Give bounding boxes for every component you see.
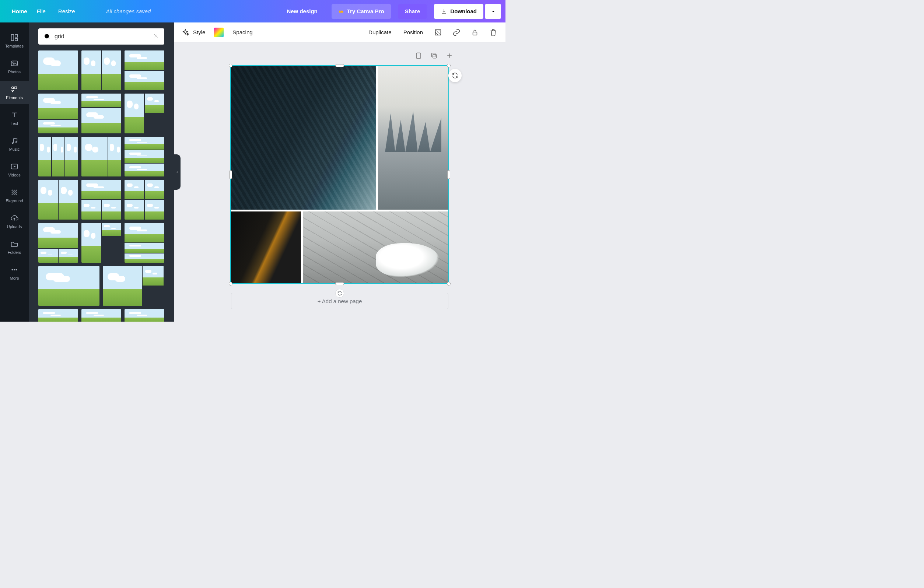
- resize-label: Resize: [58, 8, 75, 14]
- videos-icon: [10, 162, 18, 170]
- grid-thumb[interactable]: [81, 223, 121, 263]
- svg-rect-2: [15, 39, 17, 41]
- refresh-icon: [452, 72, 458, 79]
- svg-rect-15: [473, 32, 477, 35]
- svg-point-11: [14, 269, 15, 271]
- rail-music[interactable]: Music: [0, 132, 29, 156]
- notes-button[interactable]: [414, 51, 423, 60]
- grid-cell[interactable]: [231, 66, 376, 210]
- svg-rect-17: [433, 55, 437, 58]
- download-dropdown[interactable]: [485, 4, 501, 19]
- rail-folders[interactable]: Folders: [0, 235, 29, 259]
- grid-thumb[interactable]: [125, 94, 164, 133]
- color-swatch[interactable]: [214, 28, 224, 37]
- design-canvas[interactable]: [231, 66, 448, 283]
- download-icon: [441, 8, 447, 15]
- grid-thumb[interactable]: [103, 266, 164, 306]
- transparency-icon: [434, 28, 442, 36]
- grid-results[interactable]: [29, 48, 174, 322]
- rail-photos[interactable]: Photos: [0, 55, 29, 78]
- grid-thumb[interactable]: [125, 180, 164, 220]
- grid-thumb[interactable]: [38, 223, 78, 263]
- rail-text[interactable]: Text: [0, 106, 29, 130]
- cycle-layout-button[interactable]: [448, 69, 462, 82]
- try-pro-button[interactable]: Try Canva Pro: [332, 4, 391, 19]
- svg-rect-0: [12, 35, 14, 41]
- link-button[interactable]: [452, 28, 461, 37]
- transparency-button[interactable]: [433, 28, 443, 37]
- search-input[interactable]: [54, 33, 149, 40]
- grid-thumb[interactable]: [125, 137, 164, 177]
- rail-templates[interactable]: Templates: [0, 29, 29, 53]
- rail-more[interactable]: More: [0, 261, 29, 285]
- duplicate-button[interactable]: Duplicate: [367, 29, 393, 35]
- grid-cell[interactable]: [303, 211, 448, 283]
- download-button[interactable]: Download: [434, 4, 483, 19]
- grid-cell[interactable]: [378, 66, 448, 210]
- resize-handle[interactable]: [229, 282, 233, 286]
- close-icon: [152, 32, 159, 39]
- grid-thumb[interactable]: [81, 94, 121, 133]
- rail-uploads[interactable]: Uploads: [0, 210, 29, 233]
- svg-point-5: [12, 87, 14, 89]
- grid-thumb[interactable]: [81, 51, 121, 90]
- file-menu[interactable]: File: [37, 8, 46, 14]
- rail-videos[interactable]: Videos: [0, 158, 29, 182]
- nav-rail: Templates Photos Elements Text Music Vid…: [0, 23, 29, 322]
- grid-thumb[interactable]: [125, 51, 164, 90]
- resize-handle[interactable]: [229, 170, 232, 179]
- svg-point-7: [12, 142, 14, 144]
- grid-thumb[interactable]: [125, 223, 164, 263]
- link-icon: [452, 28, 460, 36]
- lock-button[interactable]: [470, 28, 480, 37]
- home-button[interactable]: Home: [9, 8, 27, 14]
- svg-rect-3: [12, 61, 18, 66]
- grid-thumb[interactable]: [38, 266, 99, 306]
- svg-rect-1: [15, 35, 17, 37]
- grid-thumb[interactable]: [81, 137, 121, 177]
- duplicate-page-button[interactable]: [430, 51, 439, 60]
- resize-button[interactable]: Resize: [55, 8, 75, 14]
- grid-thumb[interactable]: [81, 309, 121, 322]
- music-icon: [10, 137, 18, 145]
- search-icon: [43, 33, 51, 40]
- svg-point-10: [12, 269, 13, 271]
- new-design-button[interactable]: New design: [280, 4, 324, 19]
- svg-rect-6: [15, 87, 16, 89]
- grid-thumb[interactable]: [38, 180, 78, 220]
- spacing-button[interactable]: Spacing: [233, 29, 252, 35]
- style-button[interactable]: Style: [181, 28, 205, 36]
- grid-thumb[interactable]: [125, 309, 164, 322]
- resize-handle[interactable]: [335, 282, 344, 285]
- more-icon: [10, 266, 18, 274]
- context-toolbar: Style Spacing Duplicate Position: [174, 23, 505, 42]
- share-button[interactable]: Share: [398, 4, 427, 19]
- resize-handle[interactable]: [229, 64, 233, 68]
- resize-handle[interactable]: [447, 170, 450, 179]
- photo-grid[interactable]: [231, 66, 448, 283]
- svg-point-8: [16, 142, 17, 143]
- background-icon: [10, 188, 18, 197]
- grid-thumb[interactable]: [81, 180, 121, 220]
- save-status: All changes saved: [106, 8, 151, 14]
- clear-search-button[interactable]: [152, 32, 159, 41]
- grid-thumb[interactable]: [38, 137, 78, 177]
- text-icon: [10, 111, 18, 119]
- crown-icon: [338, 8, 344, 14]
- grid-thumb[interactable]: [38, 309, 78, 322]
- add-page-above-button[interactable]: [445, 51, 454, 60]
- resize-handle[interactable]: [447, 282, 450, 286]
- grid-cell[interactable]: [231, 211, 301, 283]
- svg-rect-16: [416, 53, 421, 59]
- resize-handle[interactable]: [335, 64, 344, 67]
- add-page-button[interactable]: + Add a new page: [231, 293, 448, 309]
- rail-background[interactable]: Bkground: [0, 184, 29, 207]
- position-button[interactable]: Position: [402, 29, 424, 35]
- canvas-viewport[interactable]: + Add a new page: [174, 42, 505, 322]
- resize-handle[interactable]: [447, 64, 450, 68]
- grid-thumb[interactable]: [38, 94, 78, 133]
- grid-thumb[interactable]: [38, 51, 78, 90]
- delete-button[interactable]: [488, 28, 498, 37]
- page-actions: [414, 51, 454, 60]
- rail-elements[interactable]: Elements: [0, 81, 29, 104]
